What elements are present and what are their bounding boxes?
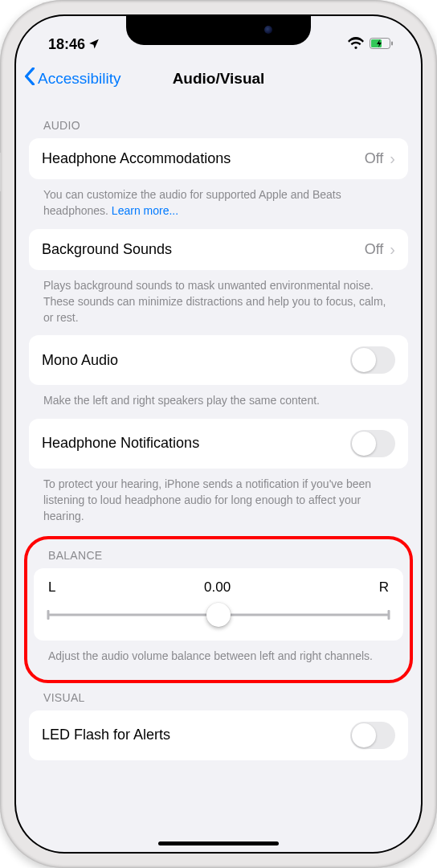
notch (126, 14, 311, 45)
slider-thumb[interactable] (206, 603, 231, 627)
section-header-audio: AUDIO (29, 108, 408, 138)
svg-rect-2 (391, 42, 393, 46)
home-indicator[interactable] (158, 841, 279, 845)
headphone-notifications-footer: To protect your hearing, iPhone sends a … (29, 469, 408, 534)
balance-slider[interactable] (48, 605, 389, 624)
slider-tick-left (47, 610, 50, 620)
learn-more-link[interactable]: Learn more... (112, 204, 178, 217)
cell-label: Headphone Accommodations (42, 150, 231, 167)
headphone-notifications-cell[interactable]: Headphone Notifications (29, 419, 408, 469)
battery-charging-icon (370, 36, 394, 53)
led-flash-toggle[interactable] (350, 722, 395, 749)
nav-bar: Accessibility Audio/Visual (14, 56, 423, 101)
cell-value: Off (365, 150, 384, 167)
mono-audio-toggle[interactable] (350, 346, 395, 374)
headphone-notifications-toggle[interactable] (350, 430, 395, 457)
highlight-annotation: BALANCE L 0.00 R Adjust the audio volume… (24, 536, 413, 683)
balance-cell: L 0.00 R (34, 568, 403, 641)
section-header-visual: VISUAL (29, 688, 408, 710)
wifi-icon (348, 36, 364, 53)
status-time: 18:46 (48, 36, 85, 53)
back-button[interactable]: Accessibility (24, 68, 120, 89)
balance-footer: Adjust the audio volume balance between … (34, 641, 403, 674)
phone-frame: 18:46 (0, 0, 437, 868)
headphone-accommodations-footer: You can customize the audio for supporte… (29, 179, 408, 229)
location-icon (88, 36, 100, 53)
cell-label: Mono Audio (42, 352, 118, 369)
headphone-accommodations-cell[interactable]: Headphone Accommodations Off › (29, 138, 408, 179)
cell-value: Off (365, 241, 384, 258)
balance-left-label: L (48, 579, 55, 596)
cell-label: Headphone Notifications (42, 435, 199, 452)
chevron-left-icon (24, 68, 35, 89)
led-flash-cell[interactable]: LED Flash for Alerts (29, 710, 408, 760)
mono-audio-cell[interactable]: Mono Audio (29, 335, 408, 385)
back-label: Accessibility (38, 70, 120, 88)
background-sounds-cell[interactable]: Background Sounds Off › (29, 229, 408, 270)
section-header-balance: BALANCE (34, 544, 403, 568)
settings-content[interactable]: AUDIO Headphone Accommodations Off › You… (14, 101, 423, 839)
chevron-right-icon: › (390, 149, 395, 168)
balance-value: 0.00 (204, 579, 231, 596)
chevron-right-icon: › (390, 240, 395, 259)
cell-label: Background Sounds (42, 241, 172, 258)
screen: 18:46 (14, 14, 423, 854)
mono-audio-footer: Make the left and right speakers play th… (29, 385, 408, 418)
slider-tick-right (388, 610, 390, 620)
balance-right-label: R (379, 579, 389, 596)
cell-label: LED Flash for Alerts (42, 727, 170, 743)
background-sounds-footer: Plays background sounds to mask unwanted… (29, 270, 408, 336)
